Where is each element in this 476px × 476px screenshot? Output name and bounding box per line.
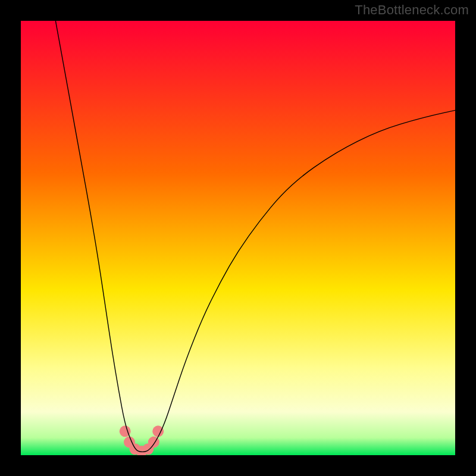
- plot-area: [21, 21, 455, 455]
- gradient-background: [21, 21, 455, 455]
- watermark-text: TheBottleneck.com: [355, 2, 469, 18]
- chart-frame: TheBottleneck.com: [0, 0, 476, 476]
- marker-dot: [152, 425, 164, 437]
- chart-svg: [21, 21, 455, 455]
